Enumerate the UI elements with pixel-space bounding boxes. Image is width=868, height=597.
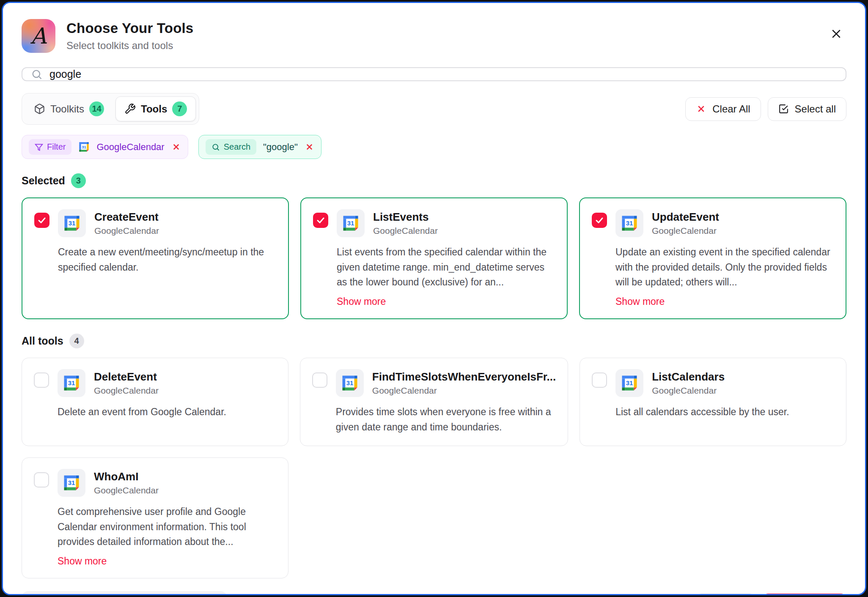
tool-titles: FindTimeSlotsWhenEveryoneIsFr... GoogleC… [372, 369, 556, 396]
bulk-actions: Clear All Select all [685, 97, 846, 121]
tool-checkbox[interactable] [34, 472, 49, 487]
select-all-label: Select all [795, 103, 836, 115]
search-chip-value: "google" [263, 142, 298, 153]
tool-description: Delete an event from Google Calendar. [58, 405, 226, 420]
tool-checkbox[interactable] [313, 213, 328, 228]
tool-card[interactable]: CreateEvent GoogleCalendar Create a new … [22, 197, 289, 319]
wrench-icon [124, 103, 136, 115]
tool-description: Get comprehensive user profile and Googl… [58, 504, 276, 550]
search-bar[interactable] [22, 67, 846, 81]
tool-card-header: ListCalendars GoogleCalendar [592, 369, 834, 397]
tool-toolkit-label: GoogleCalendar [652, 386, 725, 396]
tool-name: DeleteEvent [94, 370, 159, 383]
app-logo-letter: A [30, 23, 47, 49]
tab-toolkits-label: Toolkits [50, 103, 84, 115]
funnel-icon [35, 143, 43, 151]
package-icon [34, 103, 45, 115]
modal-footer: 3 tools selected from 1 toolkit Cancel U… [22, 578, 846, 595]
remove-x-icon [305, 142, 314, 152]
tool-card[interactable]: DeleteEvent GoogleCalendar Delete an eve… [22, 358, 288, 446]
page-title: Choose Your Tools [66, 20, 193, 36]
controls-row: Toolkits 14 Tools 7 Clear All Select all [22, 93, 846, 125]
checkmark-icon [37, 215, 47, 225]
clear-all-label: Clear All [712, 103, 750, 115]
tools-count-badge: 7 [172, 101, 187, 116]
google-calendar-icon [58, 369, 85, 397]
tool-card-header: WhoAmI GoogleCalendar [34, 469, 276, 497]
tool-toolkit-label: GoogleCalendar [652, 226, 719, 236]
tool-name: ListCalendars [652, 370, 725, 383]
tool-card[interactable]: FindTimeSlotsWhenEveryoneIsFr... GoogleC… [300, 358, 568, 446]
filter-chip-label-pill: Filter [29, 139, 71, 155]
tool-card-header: ListEvents GoogleCalendar [313, 209, 555, 237]
all-tools-section-title: All tools [22, 335, 63, 347]
tool-checkbox[interactable] [592, 213, 607, 228]
filter-chip-label: Filter [47, 142, 66, 152]
all-tools-count-badge: 4 [69, 334, 84, 348]
check-square-icon [778, 104, 789, 114]
tool-card[interactable]: ListCalendars GoogleCalendar List all ca… [580, 358, 846, 446]
tool-name: CreateEvent [94, 211, 159, 224]
tool-titles: DeleteEvent GoogleCalendar [94, 369, 159, 396]
tool-card[interactable]: ListEvents GoogleCalendar List events fr… [300, 197, 568, 319]
header-titles: Choose Your Tools Select toolkits and to… [66, 20, 193, 52]
tool-name: ListEvents [373, 211, 438, 224]
tool-checkbox[interactable] [312, 372, 327, 388]
clear-all-button[interactable]: Clear All [685, 97, 761, 121]
remove-filter-button[interactable] [171, 142, 181, 152]
tool-description: Update an existing event in the specifie… [615, 245, 834, 290]
google-calendar-icon [78, 141, 90, 153]
show-more-link[interactable]: Show more [337, 296, 386, 307]
show-more-link[interactable]: Show more [58, 556, 107, 567]
selection-summary: 3 tools selected from 1 toolkit [22, 591, 227, 595]
show-more-link[interactable]: Show more [615, 296, 665, 307]
google-calendar-icon [58, 209, 86, 237]
tool-description: List all calendars accessible by the use… [615, 405, 789, 420]
footer-actions: Cancel Use 3 Tools [696, 594, 846, 595]
tool-checkbox[interactable] [34, 372, 49, 388]
close-icon [830, 27, 843, 40]
use-tools-button[interactable]: Use 3 Tools [763, 594, 846, 595]
all-tools-section-heading: All tools 4 [22, 334, 846, 348]
select-all-button[interactable]: Select all [768, 97, 846, 121]
tool-titles: ListEvents GoogleCalendar [373, 209, 438, 236]
checkmark-icon [316, 215, 326, 225]
active-filters-row: Filter GoogleCalendar Search "google" [22, 135, 846, 159]
tool-description: Provides time slots when everyone is fre… [336, 405, 556, 435]
checkmark-icon [594, 215, 604, 225]
search-input[interactable] [49, 68, 837, 80]
search-icon [31, 68, 43, 80]
tool-description: List events from the specified calendar … [337, 245, 555, 290]
tool-name: WhoAmI [94, 470, 159, 483]
tool-toolkit-label: GoogleCalendar [94, 485, 159, 496]
tool-toolkit-label: GoogleCalendar [94, 386, 159, 396]
google-calendar-icon [615, 209, 643, 237]
tool-card-header: CreateEvent GoogleCalendar [34, 209, 276, 237]
search-chip-label-pill: Search [206, 139, 256, 155]
google-calendar-icon [336, 369, 364, 397]
page-subtitle: Select toolkits and tools [66, 40, 193, 52]
tool-toolkit-label: GoogleCalendar [373, 226, 438, 236]
tool-titles: UpdateEvent GoogleCalendar [652, 209, 719, 236]
tool-titles: WhoAmI GoogleCalendar [94, 469, 159, 496]
tool-checkbox[interactable] [34, 213, 49, 228]
cancel-button[interactable]: Cancel [696, 594, 755, 595]
search-icon [212, 143, 220, 151]
filter-chip: Filter GoogleCalendar [22, 135, 188, 159]
all-tools-grid: DeleteEvent GoogleCalendar Delete an eve… [22, 358, 846, 578]
app-logo: A [22, 19, 55, 53]
selected-tools-grid: CreateEvent GoogleCalendar Create a new … [22, 197, 846, 319]
close-button[interactable] [827, 25, 846, 44]
tab-tools[interactable]: Tools 7 [115, 96, 196, 121]
tab-toolkits[interactable]: Toolkits 14 [25, 96, 113, 121]
google-calendar-icon [337, 209, 365, 237]
tool-card[interactable]: UpdateEvent GoogleCalendar Update an exi… [579, 197, 846, 319]
remove-search-button[interactable] [305, 142, 314, 152]
tool-name: FindTimeSlotsWhenEveryoneIsFr... [372, 370, 556, 383]
tool-card[interactable]: WhoAmI GoogleCalendar Get comprehensive … [22, 457, 288, 578]
google-calendar-icon [615, 369, 643, 397]
tab-group: Toolkits 14 Tools 7 [22, 93, 199, 125]
modal-header: A Choose Your Tools Select toolkits and … [22, 19, 846, 53]
tool-checkbox[interactable] [592, 372, 607, 388]
tool-toolkit-label: GoogleCalendar [372, 386, 556, 396]
